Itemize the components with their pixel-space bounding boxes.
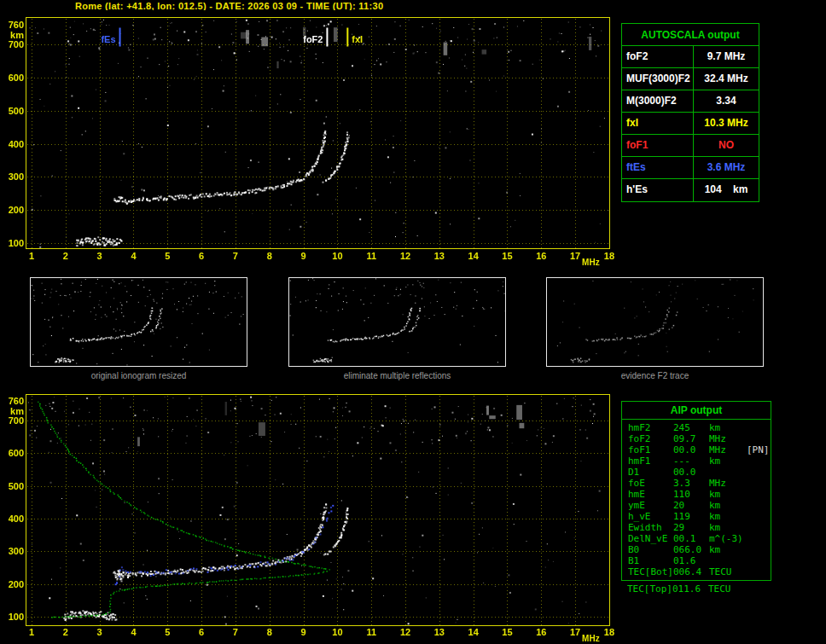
aip-param-value: 00.0 bbox=[673, 467, 709, 478]
aip-param-unit bbox=[709, 555, 747, 566]
aip-param-label: TEC[Bot] bbox=[622, 566, 673, 577]
ionogram-plot-canvas bbox=[0, 10, 619, 268]
aip-param-value: 00.1 bbox=[673, 533, 709, 544]
autoscala-param-value: 10.3 MHz bbox=[694, 113, 759, 134]
aip-param-unit: MHz bbox=[709, 444, 747, 455]
aip-param-value: 3.3 bbox=[673, 478, 709, 489]
aip-row: hmE110km bbox=[622, 489, 771, 500]
aip-tec-top-row: TEC[Top]011.6TECU bbox=[621, 583, 771, 595]
app-window: Rome (lat: +41.8, lon: 012.5) - DATE: 20… bbox=[0, 0, 826, 644]
autoscala-row: ftEs3.6 MHz bbox=[622, 157, 759, 179]
autoscala-header: AUTOSCALA output bbox=[622, 24, 759, 46]
autoscala-output-panel: AUTOSCALA output foF29.7 MHzMUF(3000)F23… bbox=[621, 23, 759, 202]
aip-row: D100.0 bbox=[622, 467, 771, 478]
autoscala-param-label: MUF(3000)F2 bbox=[622, 68, 694, 90]
thumbnail-f2-trace-evidence bbox=[546, 277, 764, 367]
aip-param-unit: km bbox=[709, 422, 747, 433]
aip-row: TEC[Top]011.6TECU bbox=[621, 583, 771, 595]
aip-param-extra bbox=[747, 455, 771, 467]
autoscala-param-value: NO bbox=[694, 135, 759, 156]
aip-param-value: 066.0 bbox=[673, 544, 709, 555]
autoscala-param-value: 104 km bbox=[694, 179, 759, 201]
aip-param-extra: [PN] bbox=[747, 444, 771, 455]
aip-param-value: 20 bbox=[673, 500, 709, 511]
aip-param-value: 09.7 bbox=[673, 433, 709, 444]
autoscala-row: foF29.7 MHz bbox=[622, 46, 759, 68]
aip-param-unit: km bbox=[709, 544, 747, 555]
aip-param-unit: TECU bbox=[709, 566, 747, 577]
aip-row: B0066.0km bbox=[622, 544, 771, 555]
aip-param-label: D1 bbox=[622, 467, 673, 478]
aip-param-value: 110 bbox=[673, 489, 709, 500]
aip-param-unit: km bbox=[709, 522, 747, 533]
aip-param-unit: MHz bbox=[709, 433, 747, 444]
aip-param-extra bbox=[747, 467, 771, 478]
aip-param-extra bbox=[747, 566, 771, 577]
autoscala-param-value: 3.34 bbox=[694, 90, 759, 112]
autoscala-param-label: ftEs bbox=[622, 157, 694, 178]
aip-row: B101.6 bbox=[622, 555, 771, 566]
thumbnail-caption: evidence F2 trace bbox=[546, 371, 764, 380]
aip-row: foF209.7MHz bbox=[622, 433, 771, 444]
autoscala-param-value: 3.6 MHz bbox=[694, 157, 759, 178]
autoscala-param-label: foF2 bbox=[622, 46, 694, 67]
autoscala-param-label: h'Es bbox=[622, 179, 694, 201]
aip-output-panel: AIP output hmF2245kmfoF209.7MHzfoF100.0M… bbox=[621, 401, 771, 581]
aip-rows: hmF2245kmfoF209.7MHzfoF100.0MHz[PN]hmF1-… bbox=[622, 420, 771, 580]
aip-param-unit: km bbox=[709, 500, 747, 511]
aip-param-label: h_vE bbox=[622, 511, 673, 522]
aip-param-value: 006.4 bbox=[673, 566, 709, 577]
autoscala-rows: foF29.7 MHzMUF(3000)F232.4 MHzM(3000)F23… bbox=[622, 46, 759, 201]
aip-row: ymE20km bbox=[622, 500, 771, 511]
aip-param-label: hmF2 bbox=[622, 422, 673, 433]
aip-param-extra bbox=[747, 422, 771, 433]
thumbnail-original-ionogram bbox=[30, 277, 247, 367]
aip-param-label: ymE bbox=[622, 500, 673, 511]
aip-param-label: hmF1 bbox=[622, 455, 673, 467]
autoscala-row: foF1NO bbox=[622, 135, 759, 157]
aip-param-unit: km bbox=[709, 489, 747, 500]
aip-param-label: B0 bbox=[622, 544, 673, 555]
autoscala-param-value: 9.7 MHz bbox=[694, 46, 759, 67]
aip-row: foF100.0MHz[PN] bbox=[622, 444, 771, 455]
aip-param-label: Ewidth bbox=[622, 522, 673, 533]
aip-param-unit: km bbox=[709, 511, 747, 522]
aip-param-extra bbox=[747, 533, 771, 544]
aip-param-value: 119 bbox=[673, 511, 709, 522]
aip-param-label: TEC[Top] bbox=[621, 583, 672, 595]
aip-param-extra bbox=[747, 555, 771, 566]
aip-row: hmF2245km bbox=[622, 422, 771, 433]
aip-param-unit: TECU bbox=[708, 583, 746, 595]
aip-row: TEC[Bot]006.4TECU bbox=[622, 566, 771, 577]
aip-param-extra bbox=[747, 500, 771, 511]
aip-row: DelN_vE00.1m^(-3) bbox=[622, 533, 771, 544]
thumbnail-caption: original ionogram resized bbox=[30, 371, 247, 380]
aip-param-label: foF1 bbox=[622, 444, 673, 455]
aip-param-unit: m^(-3) bbox=[709, 533, 747, 544]
aip-param-label: B1 bbox=[622, 555, 673, 566]
aip-param-extra bbox=[747, 544, 771, 555]
autoscala-param-value: 32.4 MHz bbox=[694, 68, 759, 90]
aip-param-value: 00.0 bbox=[673, 444, 709, 455]
aip-param-extra bbox=[747, 522, 771, 533]
aip-row: hmF1---km bbox=[622, 455, 771, 467]
thumbnail-multiple-reflections-removed bbox=[288, 277, 506, 367]
aip-row: foE3.3MHz bbox=[622, 478, 771, 489]
aip-param-value: 245 bbox=[673, 422, 709, 433]
aip-param-value: --- bbox=[673, 455, 709, 467]
autoscala-row: MUF(3000)F232.4 MHz bbox=[622, 68, 759, 90]
profile-plot-canvas bbox=[0, 388, 619, 644]
aip-param-value: 011.6 bbox=[672, 583, 708, 595]
aip-param-extra bbox=[747, 511, 771, 522]
autoscala-param-label: foF1 bbox=[622, 135, 694, 156]
autoscala-row: fxI10.3 MHz bbox=[622, 113, 759, 135]
aip-param-extra bbox=[747, 433, 771, 444]
autoscala-param-label: M(3000)F2 bbox=[622, 90, 694, 112]
aip-param-unit: km bbox=[709, 455, 747, 467]
aip-param-extra bbox=[747, 478, 771, 489]
aip-header: AIP output bbox=[622, 402, 771, 420]
autoscala-row: M(3000)F23.34 bbox=[622, 90, 759, 113]
aip-row: Ewidth29km bbox=[622, 522, 771, 533]
autoscala-row: h'Es104 km bbox=[622, 179, 759, 201]
autoscala-param-label: fxI bbox=[622, 113, 694, 134]
